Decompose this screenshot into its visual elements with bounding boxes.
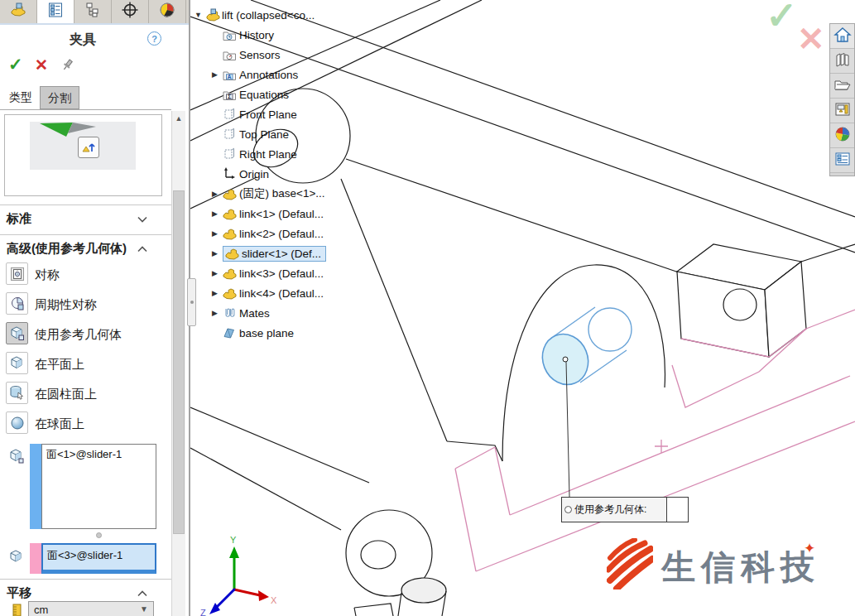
use-reference-geometry-icon[interactable] — [6, 322, 28, 344]
tree-item-link4[interactable]: ▶ link<4> (Defaul... — [212, 283, 324, 303]
form-list-icon — [834, 152, 851, 170]
expand-arrow-icon[interactable]: ▶ — [212, 289, 223, 297]
mate-item-on-planar-faces[interactable]: 在平面上 — [35, 357, 167, 373]
expand-arrow-icon[interactable]: ▶ — [212, 190, 223, 198]
on-cylindrical-faces-icon[interactable] — [6, 382, 28, 404]
tree-item-right-plane[interactable]: Right Plane — [212, 144, 297, 164]
tree-item-annotations[interactable]: ▶ A Annotations — [212, 65, 298, 84]
tab-type[interactable]: 类型 — [2, 86, 40, 109]
selection-entry[interactable]: 面<1>@slider-1 — [46, 448, 122, 460]
tree-item-lift[interactable]: ▼ lift (collapsed<co... — [195, 5, 315, 25]
tree-item-link1[interactable]: ▶ link<1> (Defaul... — [212, 204, 324, 224]
tree-item-origin[interactable]: Origin — [212, 164, 269, 184]
chevron-up-icon — [137, 585, 147, 599]
cancel-button[interactable]: ✕ — [35, 55, 48, 75]
graphics-area[interactable]: Y X Z ▼ lift (collapsed<co... History Se… — [190, 0, 855, 616]
panel-splitter-handle[interactable] — [187, 278, 196, 326]
scrollbar-thumb[interactable] — [173, 190, 185, 534]
symmetric-icon[interactable] — [6, 262, 28, 285]
tree-item-sensors[interactable]: Sensors — [212, 45, 281, 65]
face-icon — [7, 548, 24, 568]
mate-item-periodic[interactable]: 周期性对称 — [35, 297, 167, 313]
tree-item-equations[interactable]: Σ Equations — [212, 84, 289, 104]
periodic-symmetric-icon[interactable] — [6, 292, 28, 315]
help-icon[interactable]: ? — [147, 31, 161, 46]
callout-label: 使用参考几何体: — [574, 503, 646, 517]
confirm-ok-overlay[interactable]: ✓ — [766, 0, 798, 38]
tree-item-history[interactable]: History — [212, 25, 274, 45]
mate-item-on-spherical-faces[interactable]: 在球面上 — [35, 416, 167, 432]
expand-arrow-icon[interactable]: ▶ — [212, 209, 223, 218]
expand-arrow-icon[interactable]: ▶ — [212, 269, 223, 277]
tab-property-manager[interactable] — [37, 0, 74, 23]
second-reference-field[interactable]: 面<3>@slider-1 — [41, 543, 156, 574]
collapse-arrow-icon[interactable]: ▼ — [195, 11, 205, 19]
sensors-folder-icon — [223, 49, 239, 61]
tree-item-link2[interactable]: ▶ link<2> (Defaul... — [212, 224, 324, 243]
unit-dropdown[interactable]: cm ▼ — [28, 601, 154, 616]
highlighted-cylinder-face[interactable] — [535, 307, 632, 497]
mate-item-use-ref-geometry[interactable]: 使用参考几何体 — [35, 327, 167, 343]
chevron-down-icon: ▼ — [140, 604, 148, 614]
section-advanced[interactable]: 高级(使用参考几何体) — [7, 241, 166, 261]
callout-anchor-icon — [564, 506, 572, 513]
expand-arrow-icon[interactable]: ▶ — [212, 70, 223, 79]
mate-callout[interactable]: 使用参考几何体: — [561, 497, 689, 522]
appearances-button[interactable] — [830, 123, 854, 148]
reference-face-icon — [7, 447, 26, 469]
callout-value-cell[interactable] — [666, 498, 688, 522]
tree-item-front-plane[interactable]: Front Plane — [212, 104, 297, 124]
books-icon — [834, 51, 851, 71]
tree-item-slider-selected[interactable]: ▶ slider<1> (Def... — [212, 243, 326, 263]
star-icon: ✦ — [804, 540, 815, 557]
content-central-button[interactable] — [830, 49, 854, 74]
tree-item-base-plane[interactable]: base plane — [212, 323, 294, 343]
design-library-button[interactable] — [830, 99, 854, 123]
mate-item-symmetric[interactable]: 对称 — [35, 267, 167, 283]
tab-configuration-manager[interactable] — [74, 0, 112, 23]
base-plane-icon — [223, 326, 239, 339]
crosshair-icon — [122, 2, 138, 22]
tree-item-base[interactable]: ▶ (固定) base<1>... — [212, 184, 325, 204]
tree-item-link3[interactable]: ▶ link<3> (Defaul... — [212, 263, 324, 283]
triad-y-label: Y — [230, 535, 237, 545]
design-library-icon — [834, 102, 851, 120]
tree-item-mates[interactable]: ▶ Mates — [212, 303, 270, 323]
watermark-text: 生信科技 — [661, 545, 820, 593]
confirm-cancel-overlay[interactable]: ✕ — [797, 20, 825, 58]
section-standard[interactable]: 标准 — [7, 211, 166, 231]
custom-properties-button[interactable] — [830, 148, 854, 173]
divider — [0, 234, 171, 235]
triad-x-label: X — [271, 595, 277, 605]
on-spherical-faces-icon[interactable] — [6, 411, 28, 434]
divider — [0, 109, 171, 110]
divider — [0, 579, 171, 580]
expand-arrow-icon[interactable]: ▶ — [212, 309, 223, 317]
expand-arrow-icon[interactable]: ▶ — [212, 249, 223, 257]
tree-item-top-plane[interactable]: Top Plane — [212, 124, 289, 144]
listbox-resize-grip[interactable] — [96, 532, 102, 538]
plane-icon — [223, 108, 239, 121]
part-icon — [10, 2, 26, 21]
selection-entry[interactable]: 面<3>@slider-1 — [47, 549, 122, 561]
tab-display-manager[interactable] — [149, 0, 186, 23]
flip-reference-button[interactable] — [78, 137, 99, 158]
tree-selection-highlight[interactable]: slider<1> (Def... — [223, 246, 326, 262]
scroll-up-arrow[interactable]: ▲ — [172, 111, 185, 126]
tab-dimxpert[interactable] — [112, 0, 149, 23]
tab-feature-manager[interactable] — [0, 0, 37, 23]
ok-button[interactable]: ✓ — [8, 55, 23, 75]
home-button[interactable] — [830, 24, 854, 49]
first-reference-listbox[interactable]: 面<1>@slider-1 — [41, 444, 156, 529]
mate-item-on-cylindrical-faces[interactable]: 在圆柱面上 — [35, 387, 167, 402]
expand-arrow-icon[interactable]: ▶ — [212, 229, 223, 238]
history-folder-icon — [223, 29, 239, 41]
tab-split[interactable]: 分割 — [40, 86, 79, 109]
open-folder-button[interactable] — [830, 74, 854, 99]
on-planar-faces-icon[interactable] — [6, 352, 28, 374]
panel-scrollbar[interactable]: ▲ — [171, 111, 185, 616]
assembly-icon — [205, 8, 222, 22]
part-icon — [223, 287, 239, 300]
watermark-logo — [607, 538, 653, 593]
pin-icon[interactable] — [60, 58, 76, 75]
